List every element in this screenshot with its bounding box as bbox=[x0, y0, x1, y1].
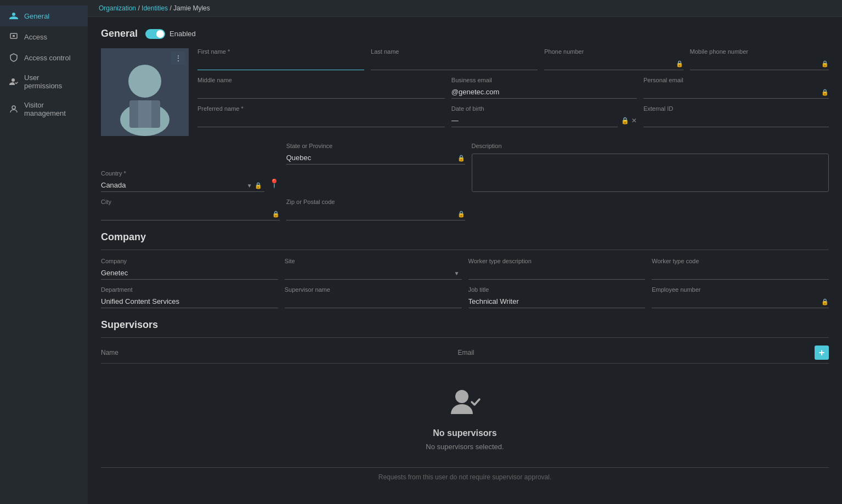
city-input[interactable] bbox=[101, 207, 280, 220]
worker-type-desc-input[interactable] bbox=[468, 267, 646, 280]
site-label: Site bbox=[285, 258, 462, 264]
mobile-phone-label: Mobile phone number bbox=[690, 48, 829, 55]
worker-type-code-field: Worker type code bbox=[652, 258, 829, 280]
enabled-toggle[interactable] bbox=[145, 29, 165, 39]
zip-lock-icon: 🔒 bbox=[457, 211, 465, 218]
external-id-field: External ID bbox=[643, 105, 829, 127]
supervisor-name-input[interactable] bbox=[285, 295, 462, 308]
first-name-input[interactable] bbox=[197, 57, 364, 70]
supervisor-name-label: Supervisor name bbox=[285, 286, 462, 293]
svg-point-2 bbox=[12, 106, 15, 109]
company-row-2: Department Supervisor name Job title Emp… bbox=[101, 286, 829, 308]
business-email-input[interactable] bbox=[451, 86, 637, 99]
site-field: Site ▼ bbox=[285, 258, 462, 280]
sidebar-item-user-permissions-label: User permissions bbox=[24, 73, 79, 90]
svg-point-4 bbox=[128, 65, 161, 98]
preferred-name-field: Preferred name * bbox=[197, 105, 445, 127]
supervisor-name-field: Supervisor name bbox=[285, 286, 462, 308]
no-supervisors-container: No supervisors No supervisors selected. bbox=[101, 370, 829, 462]
approval-note: Requests from this user do not require s… bbox=[101, 467, 829, 481]
col-email-label: Email bbox=[458, 349, 815, 356]
worker-type-desc-label: Worker type description bbox=[468, 258, 646, 264]
employee-number-lock-icon: 🔒 bbox=[821, 298, 829, 305]
description-label: Description bbox=[472, 143, 829, 149]
dob-input[interactable] bbox=[451, 114, 618, 127]
company-divider bbox=[101, 250, 829, 250]
location-row: Country * Canada ▼ 🔒 📍 State or Province… bbox=[101, 143, 829, 192]
last-name-field: Last name bbox=[371, 48, 538, 70]
zip-wrapper: 🔒 bbox=[286, 207, 465, 220]
breadcrumb-identities[interactable]: Identities bbox=[142, 4, 168, 12]
sidebar-item-access-label: Access bbox=[24, 33, 47, 41]
site-select[interactable] bbox=[285, 267, 462, 280]
sidebar-item-general[interactable]: General bbox=[0, 5, 88, 26]
department-input[interactable] bbox=[101, 295, 278, 308]
zip-label: Zip or Postal code bbox=[286, 199, 465, 205]
svg-rect-7 bbox=[138, 100, 151, 128]
job-title-field: Job title bbox=[468, 286, 646, 308]
sidebar-item-access-control[interactable]: Access control bbox=[0, 47, 88, 68]
phone-field: Phone number 🔒 bbox=[544, 48, 683, 70]
map-pin-icon[interactable]: 📍 bbox=[269, 178, 280, 189]
general-section-header: General Enabled bbox=[101, 28, 829, 39]
photo-menu-button[interactable]: ⋮ bbox=[171, 52, 185, 65]
dob-label: Date of birth bbox=[451, 105, 637, 112]
description-textarea[interactable] bbox=[472, 154, 829, 192]
preferred-name-label: Preferred name * bbox=[197, 105, 445, 112]
job-title-label: Job title bbox=[468, 286, 646, 293]
company-input[interactable] bbox=[101, 267, 278, 280]
sidebar-item-visitor-management-label: Visitor management bbox=[24, 101, 79, 117]
middle-name-input[interactable] bbox=[197, 86, 445, 99]
fields-area: First name * Last name Phone number 🔒 Mo… bbox=[197, 48, 829, 136]
description-placeholder bbox=[472, 199, 829, 220]
company-field: Company bbox=[101, 258, 278, 280]
worker-type-code-input[interactable] bbox=[652, 267, 829, 280]
country-select[interactable]: Canada bbox=[101, 179, 264, 192]
sidebar-item-visitor-management[interactable]: Visitor management bbox=[0, 95, 88, 123]
fields-row-1: First name * Last name Phone number 🔒 Mo… bbox=[197, 48, 829, 70]
sidebar-item-user-permissions[interactable]: User permissions bbox=[0, 68, 88, 95]
country-label: Country * bbox=[101, 170, 264, 177]
external-id-input[interactable] bbox=[643, 114, 829, 127]
first-name-label: First name * bbox=[197, 48, 364, 55]
company-label: Company bbox=[101, 258, 278, 264]
no-supervisors-subtext: No supervisors selected. bbox=[426, 443, 504, 451]
worker-type-code-label: Worker type code bbox=[652, 258, 829, 264]
dob-icons: 🔒 ✕ bbox=[621, 117, 637, 124]
general-title: General bbox=[101, 28, 138, 39]
phone-lock-icon: 🔒 bbox=[676, 60, 683, 67]
personal-email-input[interactable] bbox=[643, 86, 829, 99]
business-email-field: Business email bbox=[451, 77, 637, 99]
last-name-input[interactable] bbox=[371, 57, 538, 70]
zip-input[interactable] bbox=[286, 207, 465, 220]
state-input[interactable] bbox=[286, 151, 465, 165]
job-title-input[interactable] bbox=[468, 295, 646, 308]
employee-number-input[interactable] bbox=[652, 295, 829, 308]
breadcrumb-org[interactable]: Organization bbox=[99, 4, 136, 12]
business-email-label: Business email bbox=[451, 77, 637, 83]
sidebar-item-access-control-label: Access control bbox=[24, 54, 71, 62]
phone-input[interactable] bbox=[544, 57, 683, 70]
mobile-phone-input[interactable] bbox=[690, 57, 829, 70]
city-wrapper: 🔒 bbox=[101, 207, 280, 220]
supervisors-table-header: Name Email + bbox=[101, 346, 829, 364]
fields-row-2: Middle name Business email Personal emai… bbox=[197, 77, 829, 99]
description-field: Description bbox=[472, 143, 829, 192]
company-title: Company bbox=[101, 231, 829, 243]
content-area: General Enabled ⋮ bbox=[88, 17, 842, 501]
external-id-label: External ID bbox=[643, 105, 829, 112]
enabled-toggle-container: Enabled bbox=[145, 29, 196, 39]
phone-label: Phone number bbox=[544, 48, 683, 55]
preferred-name-input[interactable] bbox=[197, 114, 445, 127]
user-photo-container: ⋮ bbox=[101, 48, 189, 136]
person-icon bbox=[9, 11, 19, 21]
sidebar-item-access[interactable]: Access bbox=[0, 26, 88, 47]
supervisor-icon bbox=[449, 387, 482, 424]
dob-lock-icon: 🔒 bbox=[621, 117, 629, 124]
last-name-label: Last name bbox=[371, 48, 538, 55]
add-supervisor-button[interactable]: + bbox=[815, 346, 829, 360]
dob-clear-icon[interactable]: ✕ bbox=[631, 117, 637, 124]
personal-email-field: Personal email 🔒 bbox=[643, 77, 829, 99]
supervisors-section: Supervisors Name Email + No supervisors … bbox=[101, 319, 829, 481]
no-supervisors-text: No supervisors bbox=[433, 428, 496, 438]
